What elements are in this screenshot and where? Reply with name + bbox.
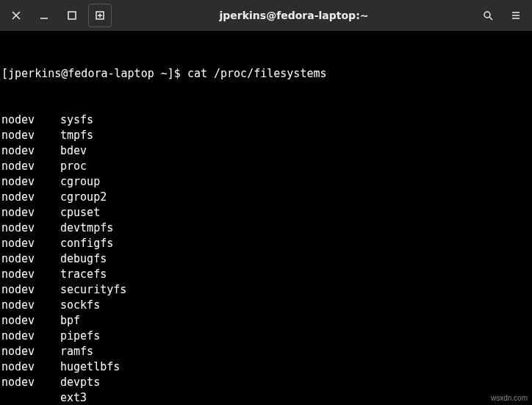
fs-nodev-flag: nodev bbox=[1, 112, 60, 128]
prompt-line: [jperkins@fedora-laptop ~]$ cat /proc/fi… bbox=[1, 66, 531, 82]
fs-name: configfs bbox=[60, 236, 113, 251]
output-line: nodevpipefs bbox=[1, 329, 531, 344]
fs-name: debugfs bbox=[60, 251, 107, 267]
prompt-text: [jperkins@fedora-laptop ~]$ bbox=[1, 66, 187, 82]
fs-name: devpts bbox=[60, 375, 100, 390]
output-line: nodevtmpfs bbox=[1, 128, 531, 143]
output-line: nodevsecurityfs bbox=[1, 282, 531, 298]
output-line: nodevdebugfs bbox=[1, 251, 531, 267]
output-line: nodevcgroup2 bbox=[1, 190, 531, 205]
menu-button[interactable] bbox=[504, 4, 528, 27]
fs-name: ext3 bbox=[60, 390, 87, 405]
output-line: nodevconfigfs bbox=[1, 236, 531, 251]
svg-rect-0 bbox=[68, 12, 76, 19]
fs-name: proc bbox=[60, 159, 87, 174]
fs-nodev-flag: nodev bbox=[1, 359, 60, 375]
hamburger-icon bbox=[511, 10, 521, 21]
output-line: nodevtracefs bbox=[1, 267, 531, 282]
fs-name: bdev bbox=[60, 143, 87, 159]
new-tab-icon bbox=[95, 10, 105, 21]
fs-name: tracefs bbox=[60, 267, 107, 282]
fs-name: cgroup2 bbox=[60, 190, 107, 205]
close-button[interactable] bbox=[4, 4, 28, 27]
fs-name: devtmpfs bbox=[60, 221, 113, 236]
output-line: nodevcpuset bbox=[1, 205, 531, 221]
fs-nodev-flag: nodev bbox=[1, 267, 60, 282]
fs-name: cgroup bbox=[60, 174, 100, 190]
output-line: nodevbpf bbox=[1, 313, 531, 329]
fs-name: pipefs bbox=[60, 329, 100, 344]
command-output: nodevsysfsnodevtmpfsnodevbdevnodevprocno… bbox=[1, 112, 531, 405]
fs-name: securityfs bbox=[60, 282, 126, 298]
output-line: nodevramfs bbox=[1, 344, 531, 359]
titlebar: jperkins@fedora-laptop:~ bbox=[0, 0, 532, 31]
fs-name: sysfs bbox=[60, 112, 93, 128]
close-icon bbox=[11, 10, 21, 21]
output-line: nodevsysfs bbox=[1, 112, 531, 128]
fs-nodev-flag: nodev bbox=[1, 251, 60, 267]
fs-name: sockfs bbox=[60, 298, 100, 313]
fs-nodev-flag: nodev bbox=[1, 221, 60, 236]
output-line: nodevproc bbox=[1, 159, 531, 174]
fs-nodev-flag: nodev bbox=[1, 298, 60, 313]
output-line: nodevcgroup bbox=[1, 174, 531, 190]
fs-name: ramfs bbox=[60, 344, 93, 359]
watermark: wsxdn.com bbox=[491, 394, 528, 402]
output-line: ext3 bbox=[1, 390, 531, 405]
fs-nodev-flag: nodev bbox=[1, 128, 60, 143]
svg-point-2 bbox=[484, 12, 490, 18]
fs-name: cpuset bbox=[60, 205, 100, 221]
output-line: nodevdevpts bbox=[1, 375, 531, 390]
fs-nodev-flag: nodev bbox=[1, 205, 60, 221]
terminal-area[interactable]: [jperkins@fedora-laptop ~]$ cat /proc/fi… bbox=[0, 31, 532, 405]
output-line: nodevsockfs bbox=[1, 298, 531, 313]
minimize-button[interactable] bbox=[32, 4, 56, 27]
fs-nodev-flag: nodev bbox=[1, 190, 60, 205]
new-tab-button[interactable] bbox=[88, 4, 112, 27]
output-line: nodevhugetlbfs bbox=[1, 359, 531, 375]
fs-name: bpf bbox=[60, 313, 80, 329]
fs-nodev-flag: nodev bbox=[1, 329, 60, 344]
maximize-icon bbox=[67, 10, 77, 21]
window-title: jperkins@fedora-laptop:~ bbox=[116, 10, 472, 21]
fs-name: hugetlbfs bbox=[60, 359, 120, 375]
output-line: nodevbdev bbox=[1, 143, 531, 159]
search-button[interactable] bbox=[476, 4, 500, 27]
search-icon bbox=[483, 10, 493, 21]
fs-name: tmpfs bbox=[60, 128, 93, 143]
fs-nodev-flag: nodev bbox=[1, 375, 60, 390]
fs-nodev-flag: nodev bbox=[1, 236, 60, 251]
fs-nodev-flag: nodev bbox=[1, 143, 60, 159]
minimize-icon bbox=[39, 10, 49, 21]
fs-nodev-flag: nodev bbox=[1, 344, 60, 359]
maximize-button[interactable] bbox=[60, 4, 84, 27]
fs-nodev-flag: nodev bbox=[1, 282, 60, 298]
fs-nodev-flag: nodev bbox=[1, 159, 60, 174]
fs-nodev-flag: nodev bbox=[1, 174, 60, 190]
fs-nodev-flag bbox=[1, 390, 60, 405]
fs-nodev-flag: nodev bbox=[1, 313, 60, 329]
command-text: cat /proc/filesystems bbox=[187, 66, 327, 82]
output-line: nodevdevtmpfs bbox=[1, 221, 531, 236]
